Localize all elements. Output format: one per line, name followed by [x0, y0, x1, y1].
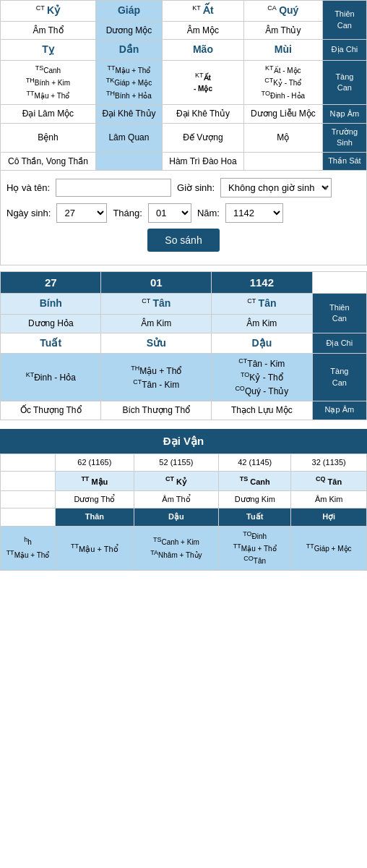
- chi-col3: Mão: [163, 40, 244, 61]
- dia-chi-label: Địa Chi: [322, 40, 366, 61]
- nap-col3: Đại Khê Thủy: [163, 104, 244, 123]
- gio-sinh-arrow: ▾: [324, 184, 328, 192]
- can-col1: CT Kỷ: [1, 1, 96, 22]
- dv-num-4: 32 (1135): [291, 454, 367, 471]
- dv-ngu-3: Dương Kim: [219, 490, 291, 508]
- chi-col2: Dần: [95, 40, 162, 61]
- res-ngu-2: Âm Kim: [101, 314, 212, 333]
- ngu-col3: Âm Mộc: [163, 21, 244, 40]
- res-chi-2: Sửu: [101, 333, 212, 354]
- top-table: CT Kỷ Giáp KT Ất CA Quý ThiênCan Âm Thổ …: [0, 0, 367, 171]
- res-num-1: 27: [1, 272, 101, 294]
- res-tang-2: THMậu + Thổ CTTân - Kim: [101, 354, 212, 401]
- tang-col1: TSCanh THBính + Kim TTMậu + Thổ: [1, 60, 96, 104]
- input-form: Họ và tên: Giờ sinh: Không chọn giờ sinh…: [0, 171, 367, 265]
- dv-tang-label-col: hh TTMậu + Thổ: [1, 526, 56, 570]
- truong-sinh-label: TrườngSinh: [322, 123, 366, 152]
- res-num-2: 01: [101, 272, 212, 294]
- gio-sinh-label: Giờ sinh:: [177, 182, 215, 193]
- ngu-col4: Âm Thủy: [243, 21, 322, 40]
- chi-col1: Tỵ: [1, 40, 96, 61]
- dv-ngu-2: Âm Thổ: [134, 490, 219, 508]
- res-can-2: CT Tân: [101, 294, 212, 315]
- dv-can-1: TT Mậu: [56, 471, 134, 490]
- res-dia-chi-label: Địa Chi: [312, 333, 366, 354]
- ngay-select[interactable]: 27: [56, 203, 107, 223]
- thang-select[interactable]: 01: [148, 203, 191, 223]
- tang-can-label: TàngCan: [322, 60, 366, 104]
- res-nap-1: Ốc Thượng Thổ: [1, 401, 101, 420]
- res-nap-3: Thạch Lựu Mộc: [212, 401, 313, 420]
- than-col2: [95, 152, 162, 171]
- than-col4: [243, 152, 322, 171]
- nam-label: Năm:: [197, 208, 220, 218]
- res-tang-1: KTĐinh - Hỏa: [1, 354, 101, 401]
- res-can-1: Bính: [1, 294, 101, 315]
- tang-col4: KTẤt - Mộc CTKỷ - Thổ TOĐinh - Hỏa: [243, 60, 322, 104]
- ts-col1: Bệnh: [1, 123, 96, 152]
- chi-col4: Mùi: [243, 40, 322, 61]
- dv-chi-empty: [1, 509, 56, 526]
- res-ngu-1: Dương Hỏa: [1, 314, 101, 333]
- can-col4: CA Quý: [243, 1, 322, 22]
- nap-col4: Dương Liễu Mộc: [243, 104, 322, 123]
- result-table: 27 01 1142 Bính CT Tân CT Tân ThiênCan D…: [0, 271, 367, 420]
- so-sanh-button[interactable]: So sánh: [147, 229, 219, 252]
- res-ngu-3: Âm Kim: [212, 314, 313, 333]
- gio-sinh-select[interactable]: Không chọn giờ sinh Tý (23-1h) Sửu (1-3h…: [220, 178, 332, 197]
- dv-num-3: 42 (1145): [219, 454, 291, 471]
- dv-tang-4: TTGiáp + Mộc: [291, 526, 367, 570]
- dv-can-empty: [1, 471, 56, 490]
- res-num-3: 1142: [212, 272, 313, 294]
- can-col3: KT Ất: [163, 1, 244, 22]
- dv-chi-1: Thân: [56, 509, 134, 526]
- res-tang-3: CTTân - Kim TOKỷ - Thổ COQuý - Thủy: [212, 354, 313, 401]
- ngu-col1: Âm Thổ: [1, 21, 96, 40]
- dv-chi-4: Hợi: [291, 509, 367, 526]
- dv-num-0: [1, 454, 56, 471]
- tang-col3: KTẤt- Mộc: [163, 60, 244, 104]
- nap-am-label: Nạp Âm: [322, 104, 366, 123]
- ts-col3: Đế Vượng: [163, 123, 244, 152]
- ts-col2: Lâm Quan: [95, 123, 162, 152]
- dv-can-4: CQ Tân: [291, 471, 367, 490]
- can-col2: Giáp: [95, 1, 162, 22]
- res-nap-am-label: Nạp Âm: [312, 401, 366, 420]
- dv-num-1: 62 (1165): [56, 454, 134, 471]
- dai-van-table: 62 (1165) 52 (1155) 42 (1145) 32 (1135) …: [0, 454, 367, 571]
- dv-ngu-4: Âm Kim: [291, 490, 367, 508]
- res-tang-can-label: TàngCan: [312, 354, 366, 401]
- dv-tang-1: TTMậu + Thổ: [56, 526, 134, 570]
- dv-can-3: TS Canh: [219, 471, 291, 490]
- dv-tang-3: TOĐinh TTMậu + Thổ COTân: [219, 526, 291, 570]
- dv-ngu-empty: [1, 490, 56, 508]
- thang-label: Tháng:: [113, 208, 142, 218]
- dai-van-title: Đại Vận: [0, 429, 367, 454]
- dv-num-2: 52 (1155): [134, 454, 219, 471]
- ts-col4: Mộ: [243, 123, 322, 152]
- nap-col1: Đại Lâm Mộc: [1, 104, 96, 123]
- dv-chi-2: Dậu: [134, 509, 219, 526]
- nam-select[interactable]: 1142: [225, 203, 283, 223]
- res-chi-3: Dậu: [212, 333, 313, 354]
- than-col3: Hàm Trì Đào Hoa: [163, 152, 244, 171]
- dv-chi-3: Tuất: [219, 509, 291, 526]
- res-chi-1: Tuất: [1, 333, 101, 354]
- dv-can-2: CT Kỷ: [134, 471, 219, 490]
- ngay-sinh-label: Ngày sinh:: [7, 208, 51, 218]
- ho-ten-label: Họ và tên:: [7, 182, 50, 193]
- res-nap-2: Bích Thượng Thổ: [101, 401, 212, 420]
- dv-tang-2: TSCanh + Kim TANhâm + Thủy: [134, 526, 219, 570]
- res-thien-can-label: ThiênCan: [312, 294, 366, 333]
- dv-ngu-1: Dương Thổ: [56, 490, 134, 508]
- res-empty-top: [312, 272, 366, 294]
- res-can-3: CT Tân: [212, 294, 313, 315]
- dai-van-section: Đại Vận 62 (1165) 52 (1155) 42 (1145) 32…: [0, 429, 367, 571]
- than-col1: Cô Thần, Vong Thần: [1, 152, 96, 171]
- thien-can-label: ThiênCan: [322, 1, 366, 40]
- nap-col2: Đại Khê Thủy: [95, 104, 162, 123]
- ho-ten-input[interactable]: [56, 179, 171, 197]
- than-sat-label: Thần Sát: [322, 152, 366, 171]
- tang-col2: TTMậu + Thổ TKGiáp + Mộc THBính + Hỏa: [95, 60, 162, 104]
- ngu-col2: Dương Mộc: [95, 21, 162, 40]
